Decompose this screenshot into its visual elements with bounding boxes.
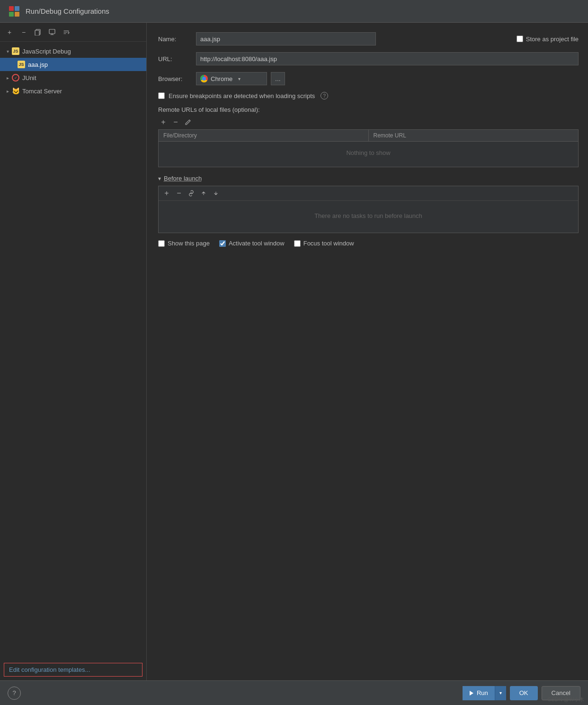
tomcat-icon: 🐱 bbox=[11, 87, 20, 95]
bottom-bar: ? Run ▾ OK Cancel bbox=[0, 680, 588, 705]
store-as-project-label: Store as project file bbox=[526, 36, 579, 43]
name-label: Name: bbox=[158, 36, 196, 43]
remote-url-col: Remote URL bbox=[369, 130, 579, 141]
main-layout: + − bbox=[0, 23, 588, 680]
focus-tool-window-group: Focus tool window bbox=[294, 240, 354, 247]
run-dropdown-button[interactable]: ▾ bbox=[495, 686, 506, 700]
junit-icon: ✓ bbox=[11, 73, 20, 82]
tree-toggle-tomcat: ▸ bbox=[4, 87, 11, 95]
run-split-button: Run ▾ bbox=[463, 686, 506, 700]
sort-button[interactable] bbox=[61, 27, 72, 38]
before-launch-down-button[interactable] bbox=[211, 188, 221, 199]
before-launch-add-button[interactable]: + bbox=[161, 188, 172, 199]
sidebar-item-junit[interactable]: ▸ ✓ JUnit bbox=[0, 71, 146, 84]
remote-urls-add-button[interactable]: + bbox=[158, 117, 169, 127]
sidebar: + − bbox=[0, 23, 147, 680]
before-launch-header: ▾ Before launch bbox=[158, 175, 579, 182]
remote-urls-toolbar: + − bbox=[158, 117, 579, 127]
copy-config-button[interactable] bbox=[32, 27, 44, 38]
move-to-group-button[interactable] bbox=[46, 27, 58, 38]
junit-label: JUnit bbox=[22, 74, 36, 81]
browser-more-button[interactable]: ... bbox=[271, 72, 285, 85]
table-empty-message: Nothing to show bbox=[159, 142, 578, 164]
remote-urls-remove-button[interactable]: − bbox=[170, 117, 181, 127]
browser-select[interactable]: Chrome ▾ bbox=[196, 72, 267, 85]
activate-tool-window-label: Activate tool window bbox=[229, 240, 285, 247]
activate-tool-window-group: Activate tool window bbox=[219, 240, 285, 247]
remove-config-button[interactable]: − bbox=[18, 27, 29, 38]
config-tree: ▾ JS JavaScript Debug JS aaa.jsp ▸ ✓ JUn… bbox=[0, 42, 146, 659]
tomcat-label: Tomcat Server bbox=[22, 88, 62, 95]
svg-rect-0 bbox=[9, 6, 14, 11]
dialog-title: Run/Debug Configurations bbox=[26, 7, 109, 15]
browser-name: Chrome bbox=[211, 75, 232, 82]
url-row: URL: bbox=[158, 52, 579, 65]
chrome-color-icon bbox=[200, 75, 208, 82]
edit-config-templates-area[interactable]: Edit configuration templates... bbox=[4, 663, 143, 677]
svg-rect-3 bbox=[15, 12, 19, 17]
activate-tool-window-checkbox[interactable] bbox=[219, 240, 226, 247]
sidebar-item-js-debug[interactable]: ▾ JS JavaScript Debug bbox=[0, 45, 146, 58]
svg-rect-6 bbox=[49, 29, 55, 34]
js-debug-label: JavaScript Debug bbox=[22, 48, 71, 55]
right-panel: Name: Store as project file URL: Browser… bbox=[147, 23, 588, 680]
before-launch-section: ▾ Before launch + − bbox=[158, 175, 579, 233]
title-bar: Run/Debug Configurations bbox=[0, 0, 588, 23]
js-debug-icon: JS bbox=[11, 47, 20, 55]
before-launch-container: + − bbox=[158, 186, 579, 233]
browser-row: Browser: Chrome ▾ ... bbox=[158, 72, 579, 85]
table-header: File/Directory Remote URL bbox=[159, 130, 578, 142]
focus-tool-window-checkbox[interactable] bbox=[294, 240, 301, 247]
before-launch-toggle[interactable]: ▾ bbox=[158, 175, 161, 182]
watermark: CSDN @Y/小木 bbox=[547, 696, 584, 703]
url-input[interactable] bbox=[196, 52, 579, 65]
browser-label: Browser: bbox=[158, 75, 196, 82]
sidebar-toolbar: + − bbox=[0, 23, 146, 42]
before-launch-up-button[interactable] bbox=[198, 188, 209, 199]
file-directory-col: File/Directory bbox=[159, 130, 369, 141]
svg-rect-5 bbox=[35, 30, 39, 36]
tree-toggle-js-debug: ▾ bbox=[4, 47, 11, 55]
ensure-breakpoints-label: Ensure breakpoints are detected when loa… bbox=[169, 92, 315, 99]
show-this-page-group: Show this page bbox=[158, 240, 210, 247]
remote-urls-label: Remote URLs of local files (optional): bbox=[158, 106, 579, 113]
before-launch-remove-button[interactable]: − bbox=[174, 188, 184, 199]
edit-config-templates-link[interactable]: Edit configuration templates... bbox=[9, 666, 90, 673]
sidebar-item-aaa-jsp[interactable]: JS aaa.jsp bbox=[0, 58, 146, 71]
before-launch-empty: There are no tasks to run before launch bbox=[159, 201, 578, 231]
run-label: Run bbox=[477, 689, 488, 696]
browser-dropdown-arrow: ▾ bbox=[238, 76, 241, 81]
show-this-page-checkbox[interactable] bbox=[158, 240, 165, 247]
ensure-breakpoints-checkbox[interactable] bbox=[158, 92, 165, 99]
show-this-page-label: Show this page bbox=[168, 240, 210, 247]
store-as-project-checkbox[interactable] bbox=[517, 36, 523, 42]
tree-toggle-junit: ▸ bbox=[4, 74, 11, 81]
name-row: Name: Store as project file bbox=[158, 32, 579, 45]
ensure-breakpoints-row: Ensure breakpoints are detected when loa… bbox=[158, 92, 579, 99]
before-launch-title: Before launch bbox=[164, 175, 202, 182]
svg-rect-1 bbox=[15, 6, 19, 11]
before-launch-toolbar: + − bbox=[159, 186, 578, 201]
bottom-checks: Show this page Activate tool window Focu… bbox=[158, 240, 579, 247]
ok-button[interactable]: OK bbox=[510, 686, 538, 700]
run-button[interactable]: Run bbox=[463, 686, 495, 700]
remote-urls-section: Remote URLs of local files (optional): +… bbox=[158, 106, 579, 167]
focus-tool-window-label: Focus tool window bbox=[303, 240, 354, 247]
help-button[interactable]: ? bbox=[8, 687, 21, 700]
aaa-jsp-label: aaa.jsp bbox=[28, 61, 48, 68]
help-icon[interactable]: ? bbox=[321, 92, 328, 99]
remote-urls-table: File/Directory Remote URL Nothing to sho… bbox=[158, 129, 579, 167]
name-input[interactable] bbox=[196, 32, 376, 45]
url-label: URL: bbox=[158, 55, 196, 63]
sidebar-item-tomcat[interactable]: ▸ 🐱 Tomcat Server bbox=[0, 84, 146, 98]
svg-rect-2 bbox=[9, 12, 14, 17]
aaa-jsp-icon: JS bbox=[17, 60, 26, 69]
remote-urls-edit-button[interactable] bbox=[183, 117, 193, 127]
app-icon bbox=[8, 5, 21, 18]
store-as-project-row: Store as project file bbox=[517, 36, 579, 43]
add-config-button[interactable]: + bbox=[4, 27, 15, 38]
before-launch-link-button[interactable] bbox=[186, 188, 196, 199]
